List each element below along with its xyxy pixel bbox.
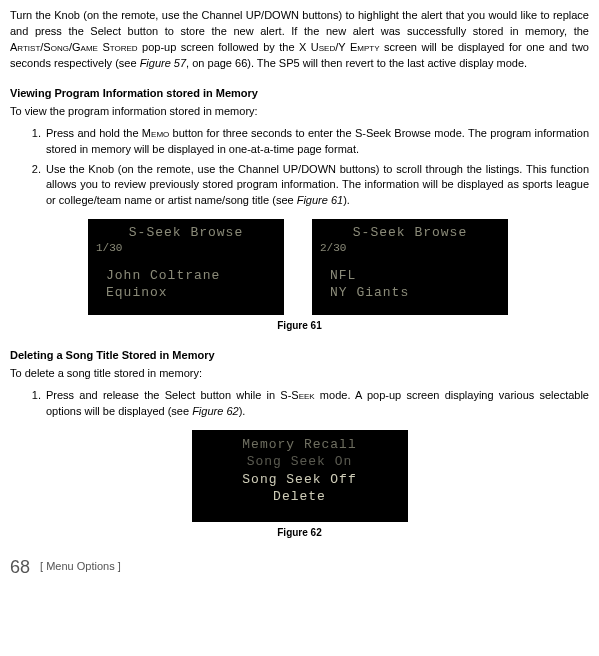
screen-counter: 2/30 bbox=[320, 241, 346, 255]
screen-counter: 1/30 bbox=[96, 241, 122, 255]
breadcrumb: [ Menu Options ] bbox=[40, 559, 121, 575]
screen-line: NFL bbox=[330, 268, 500, 285]
sseek-screen-left: S-Seek Browse 1/30 John Coltrane Equinox bbox=[88, 219, 284, 315]
menu-option: Delete bbox=[200, 488, 400, 506]
figure-61-caption: Figure 61 bbox=[10, 319, 589, 334]
page-number: 68 bbox=[10, 554, 30, 580]
screen-line: Equinox bbox=[106, 285, 276, 302]
intro-paragraph: Turn the Knob (on the remote, use the Ch… bbox=[10, 8, 589, 72]
menu-screen-wrap: Memory Recall Song Seek On Song Seek Off… bbox=[10, 430, 589, 522]
section-viewing-steps: Press and hold the Memo button for three… bbox=[10, 126, 589, 210]
screens-row: S-Seek Browse 1/30 John Coltrane Equinox… bbox=[10, 219, 589, 315]
page-footer: 68 [ Menu Options ] bbox=[10, 554, 589, 580]
section-viewing-intro: To view the program information stored i… bbox=[10, 104, 589, 120]
list-item: Use the Knob (on the remote, use the Cha… bbox=[44, 162, 589, 210]
list-item: Press and hold the Memo button for three… bbox=[44, 126, 589, 158]
screen-title: S-Seek Browse bbox=[320, 225, 500, 242]
screen-line: John Coltrane bbox=[106, 268, 276, 285]
section-deleting-title: Deleting a Song Title Stored in Memory bbox=[10, 348, 589, 364]
figure-62-caption: Figure 62 bbox=[10, 526, 589, 541]
menu-title: Memory Recall bbox=[200, 436, 400, 454]
section-viewing-title: Viewing Program Information stored in Me… bbox=[10, 86, 589, 102]
section-deleting-steps: Press and release the Select button whil… bbox=[10, 388, 589, 420]
menu-option-selected: Song Seek Off bbox=[200, 471, 400, 489]
menu-option: Song Seek On bbox=[200, 453, 400, 471]
sseek-screen-right: S-Seek Browse 2/30 NFL NY Giants bbox=[312, 219, 508, 315]
list-item: Press and release the Select button whil… bbox=[44, 388, 589, 420]
screen-line: NY Giants bbox=[330, 285, 500, 302]
screen-title: S-Seek Browse bbox=[96, 225, 276, 242]
memory-recall-screen: Memory Recall Song Seek On Song Seek Off… bbox=[192, 430, 408, 522]
section-deleting-intro: To delete a song title stored in memory: bbox=[10, 366, 589, 382]
